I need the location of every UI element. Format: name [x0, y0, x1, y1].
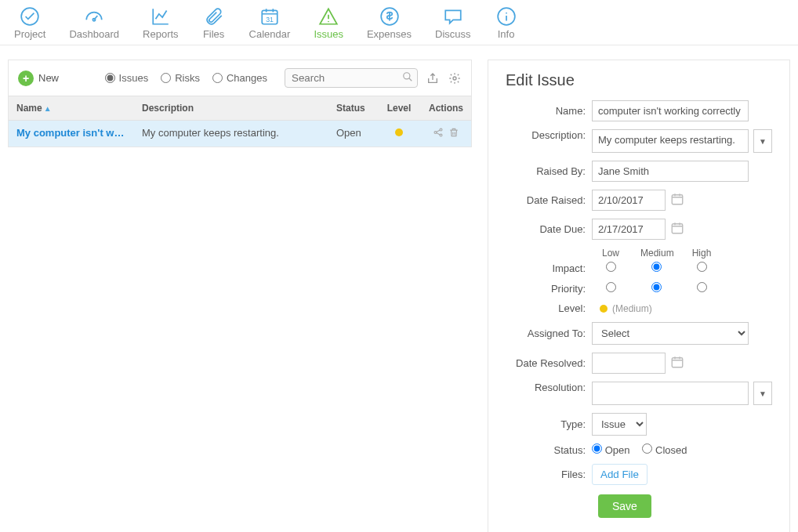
impact-medium-radio[interactable]: [651, 262, 662, 272]
resolution-field[interactable]: [592, 382, 749, 405]
save-button[interactable]: Save: [598, 494, 651, 518]
level-dot-icon: [395, 128, 403, 136]
label-date-due: Date Due:: [506, 223, 592, 235]
nav-expenses[interactable]: Expenses: [367, 6, 412, 40]
sort-asc-icon: ▲: [44, 104, 52, 113]
nav-info[interactable]: Info: [495, 6, 518, 40]
nav-calendar[interactable]: 31 Calendar: [249, 6, 291, 40]
nav-dashboard[interactable]: Dashboard: [69, 6, 119, 40]
label-files: Files:: [506, 469, 592, 480]
gauge-icon: [82, 6, 106, 27]
add-file-button[interactable]: Add File: [592, 464, 647, 485]
level-dot-icon: [600, 305, 608, 313]
svg-rect-13: [672, 195, 683, 204]
nav-discuss[interactable]: Discuss: [435, 6, 471, 40]
search-icon: [402, 71, 413, 85]
plus-icon: +: [18, 71, 34, 86]
nav-reports[interactable]: Reports: [143, 6, 179, 40]
svg-rect-14: [672, 224, 683, 233]
name-field[interactable]: [592, 100, 749, 121]
nav-files[interactable]: Files: [202, 6, 226, 40]
label-date-raised: Date Raised:: [506, 194, 592, 206]
chart-line-icon: [149, 6, 172, 27]
svg-point-4: [328, 21, 329, 23]
nav-issues[interactable]: Issues: [314, 6, 343, 40]
svg-point-7: [506, 13, 507, 14]
calendar-picker-icon[interactable]: [670, 355, 684, 371]
col-header-status[interactable]: Status: [328, 96, 377, 120]
impact-header-high: High: [686, 248, 717, 259]
nav-label: Dashboard: [69, 28, 119, 40]
form-title: Edit Issue: [506, 71, 772, 89]
grid-header: Name▲ Description Status Level Actions: [9, 96, 471, 121]
priority-medium-radio[interactable]: [651, 282, 662, 292]
info-circle-icon: [495, 6, 518, 27]
col-header-description[interactable]: Description: [134, 96, 328, 120]
table-row[interactable]: My computer isn't wor... My computer kee…: [9, 121, 471, 147]
priority-low-radio[interactable]: [606, 282, 616, 292]
col-header-name[interactable]: Name▲: [9, 96, 134, 120]
priority-high-radio[interactable]: [697, 282, 707, 292]
filter-changes-radio[interactable]: Changes: [212, 72, 267, 84]
calendar-picker-icon[interactable]: [670, 192, 684, 208]
row-description: My computer keeps restarting.: [134, 121, 328, 147]
trash-icon[interactable]: [448, 127, 459, 140]
filter-issues-radio[interactable]: Issues: [105, 72, 149, 84]
date-due-field[interactable]: [592, 219, 666, 240]
impact-header-medium: Medium: [640, 248, 672, 259]
row-name-link[interactable]: My computer isn't wor...: [9, 121, 134, 147]
row-level: [377, 121, 421, 147]
label-level: Level:: [506, 302, 592, 314]
chat-bubble-icon: [441, 6, 465, 27]
label-description: Description:: [506, 129, 592, 141]
status-open-radio[interactable]: Open: [592, 443, 629, 456]
nav-project[interactable]: Project: [14, 6, 45, 40]
label-date-resolved: Date Resolved:: [506, 357, 592, 369]
description-expand-button[interactable]: ▼: [753, 129, 772, 153]
svg-point-9: [453, 77, 456, 80]
nav-label: Discuss: [435, 28, 471, 40]
assigned-to-select[interactable]: Select: [592, 322, 749, 345]
new-label: New: [38, 72, 59, 84]
new-button[interactable]: + New: [18, 71, 59, 86]
gear-icon[interactable]: [448, 72, 462, 85]
impact-header-low: Low: [595, 248, 626, 259]
label-raised-by: Raised By:: [506, 165, 592, 177]
nav-label: Calendar: [249, 28, 291, 40]
issues-list-panel: + New Issues Risks Changes Name▲ Descrip…: [8, 60, 472, 147]
impact-low-radio[interactable]: [606, 262, 616, 272]
label-name: Name:: [506, 105, 592, 117]
edit-issue-panel: Edit Issue Name: Description: My compute…: [488, 60, 790, 532]
label-type: Type:: [506, 418, 592, 430]
nav-label: Info: [498, 28, 515, 40]
search-input[interactable]: [285, 68, 418, 88]
nav-label: Expenses: [367, 28, 412, 40]
description-field[interactable]: My computer keeps restarting.: [592, 129, 749, 153]
col-header-level[interactable]: Level: [377, 96, 421, 120]
type-select[interactable]: Issue: [592, 413, 647, 436]
row-status: Open: [328, 121, 377, 147]
share-icon[interactable]: [433, 127, 444, 140]
filter-risks-radio[interactable]: Risks: [161, 72, 200, 84]
dollar-circle-icon: [378, 6, 401, 27]
status-closed-radio[interactable]: Closed: [642, 443, 687, 456]
nav-label: Reports: [143, 28, 179, 40]
nav-label: Issues: [314, 28, 343, 40]
resolution-expand-button[interactable]: ▼: [753, 382, 772, 405]
svg-rect-15: [672, 358, 683, 367]
top-nav: Project Dashboard Reports Files 31 Calen…: [0, 0, 798, 45]
check-circle-icon: [18, 6, 42, 27]
export-icon[interactable]: [426, 72, 440, 85]
paperclip-icon: [202, 6, 226, 27]
svg-point-8: [404, 73, 410, 79]
label-priority: Priority:: [506, 283, 592, 295]
raised-by-field[interactable]: [592, 161, 749, 182]
impact-high-radio[interactable]: [697, 262, 707, 272]
calendar-icon: 31: [258, 6, 281, 27]
label-status: Status:: [506, 444, 592, 456]
date-resolved-field[interactable]: [592, 353, 666, 374]
nav-label: Project: [14, 28, 45, 40]
label-resolution: Resolution:: [506, 382, 592, 393]
calendar-picker-icon[interactable]: [670, 221, 684, 237]
date-raised-field[interactable]: [592, 190, 666, 211]
